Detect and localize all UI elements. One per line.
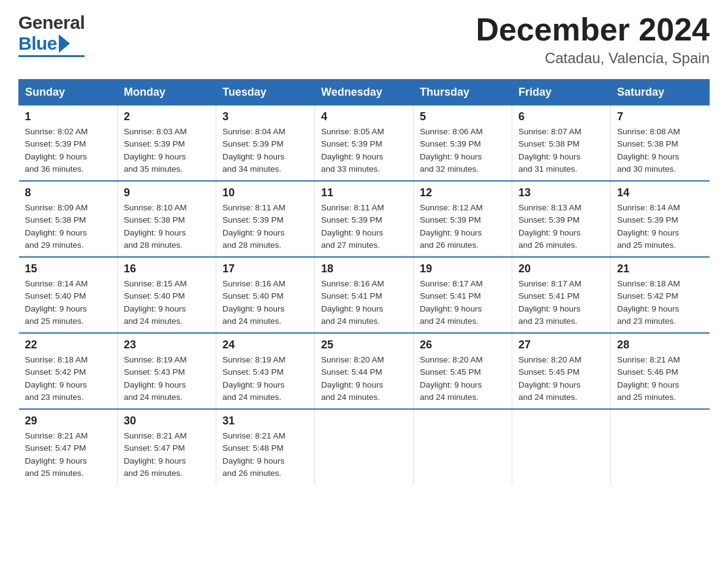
header-thursday: Thursday — [414, 80, 512, 105]
calendar-day-cell: 20 Sunrise: 8:17 AM Sunset: 5:41 PM Dayl… — [512, 257, 611, 333]
day-number: 26 — [420, 339, 506, 351]
header-friday: Friday — [512, 80, 611, 105]
header-tuesday: Tuesday — [216, 80, 315, 105]
day-number: 7 — [617, 110, 703, 123]
day-number: 20 — [518, 262, 604, 275]
day-number: 27 — [518, 339, 604, 351]
day-info: Sunrise: 8:04 AM Sunset: 5:39 PM Dayligh… — [222, 126, 308, 175]
day-number: 30 — [124, 415, 210, 427]
day-info: Sunrise: 8:19 AM Sunset: 5:43 PM Dayligh… — [222, 354, 308, 404]
day-info: Sunrise: 8:17 AM Sunset: 5:41 PM Dayligh… — [518, 278, 604, 327]
calendar-day-cell: 30 Sunrise: 8:21 AM Sunset: 5:47 PM Dayl… — [118, 409, 216, 484]
day-info: Sunrise: 8:17 AM Sunset: 5:41 PM Dayligh… — [420, 278, 506, 327]
calendar-day-cell: 3 Sunrise: 8:04 AM Sunset: 5:39 PM Dayli… — [216, 105, 315, 182]
calendar-week-row: 22 Sunrise: 8:18 AM Sunset: 5:42 PM Dayl… — [19, 333, 710, 409]
calendar-day-cell: 25 Sunrise: 8:20 AM Sunset: 5:44 PM Dayl… — [315, 333, 414, 409]
calendar-day-cell: 7 Sunrise: 8:08 AM Sunset: 5:38 PM Dayli… — [611, 105, 710, 182]
header-monday: Monday — [118, 80, 216, 105]
calendar-day-cell: 18 Sunrise: 8:16 AM Sunset: 5:41 PM Dayl… — [315, 257, 414, 333]
day-number: 18 — [321, 262, 407, 275]
day-info: Sunrise: 8:16 AM Sunset: 5:40 PM Dayligh… — [222, 278, 308, 327]
day-number: 8 — [25, 186, 112, 199]
calendar-week-row: 15 Sunrise: 8:14 AM Sunset: 5:40 PM Dayl… — [19, 257, 710, 333]
day-info: Sunrise: 8:08 AM Sunset: 5:38 PM Dayligh… — [617, 126, 703, 175]
day-number: 10 — [222, 186, 308, 199]
calendar-day-cell: 22 Sunrise: 8:18 AM Sunset: 5:42 PM Dayl… — [19, 333, 118, 409]
calendar-table: Sunday Monday Tuesday Wednesday Thursday… — [18, 79, 710, 484]
day-info: Sunrise: 8:05 AM Sunset: 5:39 PM Dayligh… — [321, 126, 407, 175]
logo-underline — [18, 55, 85, 57]
day-info: Sunrise: 8:07 AM Sunset: 5:38 PM Dayligh… — [518, 126, 604, 175]
day-number: 11 — [321, 186, 407, 199]
day-number: 13 — [518, 186, 604, 199]
day-number: 9 — [124, 186, 210, 199]
calendar-day-cell — [315, 409, 414, 484]
day-info: Sunrise: 8:20 AM Sunset: 5:45 PM Dayligh… — [518, 354, 604, 404]
day-info: Sunrise: 8:20 AM Sunset: 5:45 PM Dayligh… — [420, 354, 506, 404]
day-info: Sunrise: 8:11 AM Sunset: 5:39 PM Dayligh… — [222, 202, 308, 251]
calendar-day-cell: 5 Sunrise: 8:06 AM Sunset: 5:39 PM Dayli… — [414, 105, 512, 182]
header-wednesday: Wednesday — [315, 80, 414, 105]
calendar-day-cell: 16 Sunrise: 8:15 AM Sunset: 5:40 PM Dayl… — [118, 257, 216, 333]
day-number: 6 — [518, 110, 604, 123]
day-number: 22 — [25, 339, 112, 351]
calendar-day-cell — [414, 409, 512, 484]
calendar-week-row: 1 Sunrise: 8:02 AM Sunset: 5:39 PM Dayli… — [19, 105, 710, 182]
day-info: Sunrise: 8:21 AM Sunset: 5:46 PM Dayligh… — [617, 354, 703, 404]
calendar-day-cell: 11 Sunrise: 8:11 AM Sunset: 5:39 PM Dayl… — [315, 181, 414, 257]
day-number: 29 — [25, 415, 112, 427]
title-section: December 2024 Catadau, Valencia, Spain — [476, 12, 710, 67]
day-info: Sunrise: 8:14 AM Sunset: 5:40 PM Dayligh… — [25, 278, 112, 327]
day-info: Sunrise: 8:02 AM Sunset: 5:39 PM Dayligh… — [25, 126, 112, 175]
calendar-day-cell: 15 Sunrise: 8:14 AM Sunset: 5:40 PM Dayl… — [19, 257, 118, 333]
day-number: 4 — [321, 110, 407, 123]
calendar-day-cell: 28 Sunrise: 8:21 AM Sunset: 5:46 PM Dayl… — [611, 333, 710, 409]
day-info: Sunrise: 8:03 AM Sunset: 5:39 PM Dayligh… — [124, 126, 210, 175]
calendar-day-cell: 24 Sunrise: 8:19 AM Sunset: 5:43 PM Dayl… — [216, 333, 315, 409]
day-number: 2 — [124, 110, 210, 123]
calendar-day-cell: 9 Sunrise: 8:10 AM Sunset: 5:38 PM Dayli… — [118, 181, 216, 257]
day-number: 14 — [617, 186, 703, 199]
logo: General Blue — [18, 12, 85, 57]
day-number: 28 — [617, 339, 703, 351]
calendar-day-cell: 2 Sunrise: 8:03 AM Sunset: 5:39 PM Dayli… — [118, 105, 216, 182]
day-number: 19 — [420, 262, 506, 275]
day-info: Sunrise: 8:18 AM Sunset: 5:42 PM Dayligh… — [25, 354, 112, 404]
page-title: December 2024 — [476, 12, 710, 47]
day-number: 24 — [222, 339, 308, 351]
day-info: Sunrise: 8:06 AM Sunset: 5:39 PM Dayligh… — [420, 126, 506, 175]
day-number: 23 — [124, 339, 210, 351]
day-number: 16 — [124, 262, 210, 275]
calendar-day-cell: 29 Sunrise: 8:21 AM Sunset: 5:47 PM Dayl… — [19, 409, 118, 484]
calendar-week-row: 29 Sunrise: 8:21 AM Sunset: 5:47 PM Dayl… — [19, 409, 710, 484]
calendar-day-cell: 1 Sunrise: 8:02 AM Sunset: 5:39 PM Dayli… — [19, 105, 118, 182]
day-number: 25 — [321, 339, 407, 351]
day-number: 3 — [222, 110, 308, 123]
logo-blue-text: Blue — [18, 33, 57, 54]
calendar-day-cell: 4 Sunrise: 8:05 AM Sunset: 5:39 PM Dayli… — [315, 105, 414, 182]
day-info: Sunrise: 8:13 AM Sunset: 5:39 PM Dayligh… — [518, 202, 604, 251]
day-info: Sunrise: 8:21 AM Sunset: 5:47 PM Dayligh… — [124, 430, 210, 480]
logo-arrow-icon — [59, 34, 70, 53]
calendar-day-cell: 23 Sunrise: 8:19 AM Sunset: 5:43 PM Dayl… — [118, 333, 216, 409]
calendar-day-cell: 12 Sunrise: 8:12 AM Sunset: 5:39 PM Dayl… — [414, 181, 512, 257]
calendar-day-cell: 27 Sunrise: 8:20 AM Sunset: 5:45 PM Dayl… — [512, 333, 611, 409]
header-saturday: Saturday — [611, 80, 710, 105]
calendar-day-cell: 14 Sunrise: 8:14 AM Sunset: 5:39 PM Dayl… — [611, 181, 710, 257]
day-info: Sunrise: 8:15 AM Sunset: 5:40 PM Dayligh… — [124, 278, 210, 327]
day-info: Sunrise: 8:12 AM Sunset: 5:39 PM Dayligh… — [420, 202, 506, 251]
day-number: 5 — [420, 110, 506, 123]
page-header: General Blue December 2024 Catadau, Vale… — [18, 12, 710, 67]
calendar-day-cell: 17 Sunrise: 8:16 AM Sunset: 5:40 PM Dayl… — [216, 257, 315, 333]
day-info: Sunrise: 8:21 AM Sunset: 5:47 PM Dayligh… — [25, 430, 112, 480]
day-info: Sunrise: 8:21 AM Sunset: 5:48 PM Dayligh… — [222, 430, 308, 480]
calendar-day-cell: 8 Sunrise: 8:09 AM Sunset: 5:38 PM Dayli… — [19, 181, 118, 257]
logo-general: General — [18, 12, 85, 33]
day-info: Sunrise: 8:20 AM Sunset: 5:44 PM Dayligh… — [321, 354, 407, 404]
calendar-day-cell: 6 Sunrise: 8:07 AM Sunset: 5:38 PM Dayli… — [512, 105, 611, 182]
day-info: Sunrise: 8:10 AM Sunset: 5:38 PM Dayligh… — [124, 202, 210, 251]
day-number: 12 — [420, 186, 506, 199]
day-info: Sunrise: 8:19 AM Sunset: 5:43 PM Dayligh… — [124, 354, 210, 404]
calendar-header-row: Sunday Monday Tuesday Wednesday Thursday… — [19, 80, 710, 105]
day-info: Sunrise: 8:14 AM Sunset: 5:39 PM Dayligh… — [617, 202, 703, 251]
